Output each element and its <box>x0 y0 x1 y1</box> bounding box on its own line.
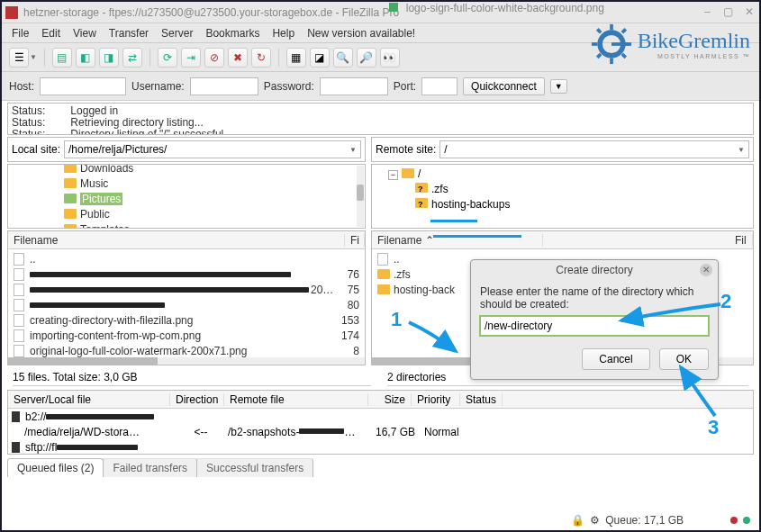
tree-item[interactable]: Templates <box>80 223 130 229</box>
list-item[interactable]: importing-content-from-wp-com.png <box>30 329 201 342</box>
annotation-underline <box>430 220 477 222</box>
menu-help[interactable]: Help <box>266 27 301 40</box>
menu-edit[interactable]: Edit <box>35 27 67 40</box>
gear-icon[interactable]: ⚙ <box>590 514 600 527</box>
site-manager-button[interactable]: ☰ <box>9 48 29 68</box>
window-titlebar: logo-sign-full-color-white-background.pn… <box>2 2 759 23</box>
process-queue-button[interactable]: ⇥ <box>181 48 201 68</box>
menu-view[interactable]: View <box>67 27 103 40</box>
menu-file[interactable]: File <box>5 27 35 40</box>
tree-item[interactable]: Downloads <box>80 164 133 175</box>
reconnect-button[interactable]: ↻ <box>251 48 271 68</box>
col-direction[interactable]: Direction <box>170 393 224 406</box>
menu-transfer[interactable]: Transfer <box>103 27 155 40</box>
queue-priority: Normal <box>415 426 464 438</box>
svg-rect-2 <box>610 59 613 64</box>
local-site-bar: Local site: /home/relja/Pictures/▼ <box>7 137 366 162</box>
host-input[interactable] <box>40 77 126 95</box>
svg-rect-9 <box>612 42 628 46</box>
tree-item[interactable]: .zfs <box>431 183 448 195</box>
local-site-label: Local site: <box>12 143 60 156</box>
port-input[interactable] <box>421 77 458 95</box>
password-input[interactable] <box>320 77 388 95</box>
search-button[interactable]: 🔎 <box>357 48 376 68</box>
tree-item[interactable]: / <box>418 167 421 180</box>
window-buttons: – ▢ ✕ <box>695 5 756 19</box>
menu-server[interactable]: Server <box>155 27 199 40</box>
cancel-button[interactable]: ⊘ <box>204 48 224 68</box>
menu-new-version[interactable]: New version available! <box>301 27 421 40</box>
brand-name: BikeGremlin <box>638 29 750 52</box>
svg-rect-3 <box>592 42 597 46</box>
list-item[interactable]: .zfs <box>394 268 411 281</box>
quickconnect-button[interactable]: Quickconnect <box>463 77 545 95</box>
queue-local-file[interactable]: /media/relja/WD-stora… <box>24 426 174 438</box>
toggle-log-button[interactable]: ▤ <box>52 48 72 68</box>
col-size[interactable]: Size <box>368 393 412 406</box>
annotation-underline <box>433 235 521 238</box>
maximize-icon[interactable]: ▢ <box>722 6 735 19</box>
transfer-queue[interactable]: Server/Local file Direction Remote file … <box>7 390 754 455</box>
server-icon <box>12 411 20 422</box>
list-item-redacted[interactable] <box>30 272 291 277</box>
close-icon[interactable]: ✕ <box>743 6 756 19</box>
queue-item-redacted[interactable] <box>57 445 138 450</box>
tree-item[interactable]: Music <box>80 177 108 190</box>
compare-button[interactable]: ◪ <box>310 48 330 68</box>
local-site-combo[interactable]: /home/relja/Pictures/▼ <box>64 140 361 158</box>
toggle-remote-tree-button[interactable]: ◨ <box>99 48 119 68</box>
tree-collapse-icon[interactable]: − <box>388 170 398 180</box>
log-status-label: Status: <box>12 129 45 135</box>
background-tab: logo-sign-full-color-white-background.pn… <box>389 2 604 14</box>
local-site-path: /home/relja/Pictures/ <box>68 143 167 156</box>
list-item[interactable]: original-logo-full-color-watermark-200x7… <box>30 345 247 357</box>
find-button[interactable]: 👀 <box>380 48 400 68</box>
list-item[interactable]: .. <box>394 253 400 266</box>
menu-bookmarks[interactable]: Bookmarks <box>199 27 266 40</box>
queue-item-redacted[interactable] <box>46 414 154 419</box>
arrow-icon <box>672 362 726 421</box>
tree-item-selected[interactable]: Pictures <box>80 193 122 205</box>
tree-item[interactable]: hosting-backups <box>431 198 510 211</box>
chevron-down-icon[interactable]: ▼ <box>349 146 357 154</box>
sync-browse-button[interactable]: 🔍 <box>333 48 353 68</box>
arrow-icon <box>405 317 468 362</box>
col-filesize[interactable]: Fil <box>729 234 753 247</box>
local-file-list[interactable]: FilenameFi .. 76 20…75 80 creating-direc… <box>7 230 366 365</box>
filter-button[interactable]: ▦ <box>286 48 306 68</box>
log-line: Directory listing of "/" successful <box>70 129 223 135</box>
app-icon <box>5 6 18 19</box>
list-item[interactable]: hosting-back <box>394 284 455 296</box>
host-label: Host: <box>9 80 34 93</box>
remote-tree[interactable]: −/ .zfs hosting-backups <box>371 164 754 229</box>
list-item-redacted[interactable] <box>30 302 165 308</box>
status-bar: 🔒 ⚙ Queue: 17,1 GB <box>11 514 750 527</box>
remote-site-combo[interactable]: /▼ <box>439 140 749 158</box>
col-server-file[interactable]: Server/Local file <box>8 393 170 406</box>
toggle-local-tree-button[interactable]: ◧ <box>76 48 95 68</box>
minimize-icon[interactable]: – <box>701 6 713 19</box>
toggle-queue-button[interactable]: ⇄ <box>122 48 142 68</box>
list-item[interactable]: creating-directory-with-filezilla.png <box>30 314 193 327</box>
tree-item[interactable]: Public <box>80 208 110 221</box>
list-item-redacted[interactable] <box>30 287 309 293</box>
tab-successful-transfers[interactable]: Successful transfers <box>196 458 313 477</box>
cancel-button[interactable]: Cancel <box>582 348 649 370</box>
col-filesize[interactable]: Fi <box>345 234 365 247</box>
username-input[interactable] <box>190 77 258 95</box>
col-priority[interactable]: Priority <box>412 393 460 406</box>
local-tree[interactable]: Downloads Music Pictures Public Template… <box>7 164 366 229</box>
tab-queued-files[interactable]: Queued files (2) <box>7 458 104 477</box>
disconnect-button[interactable]: ✖ <box>228 48 248 68</box>
col-status[interactable]: Status <box>460 393 503 406</box>
chevron-down-icon[interactable]: ▼ <box>738 146 745 154</box>
list-item[interactable]: .. <box>30 253 36 266</box>
dialog-close-icon[interactable]: ✕ <box>700 264 712 276</box>
tab-failed-transfers[interactable]: Failed transfers <box>103 458 197 477</box>
col-filename[interactable]: Filename <box>8 234 345 247</box>
col-remote-file[interactable]: Remote file <box>224 393 368 406</box>
refresh-button[interactable]: ⟳ <box>158 48 177 68</box>
quickconnect-dropdown-icon[interactable]: ▼ <box>550 79 567 94</box>
annotation-3: 3 <box>708 416 719 439</box>
site-manager-dropdown-icon[interactable]: ▼ <box>30 53 37 61</box>
